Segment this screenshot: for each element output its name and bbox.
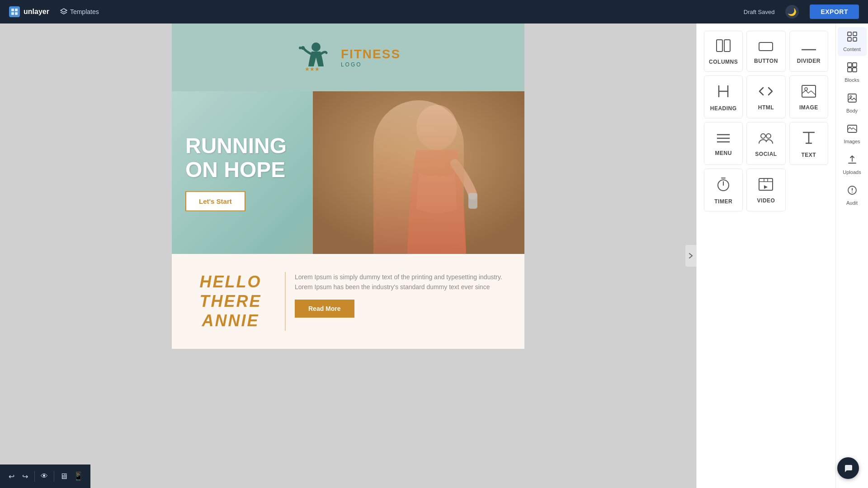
columns-label: COLUMNS — [709, 59, 738, 65]
templates-nav[interactable]: Templates — [60, 8, 99, 15]
block-html[interactable]: HTML — [746, 75, 785, 118]
hello-line3: ANNIE — [199, 311, 261, 330]
canvas-area: ★★★ FITNESS LOGO RUNNING ON HOPE Let's S… — [0, 23, 696, 488]
svg-rect-1 — [15, 9, 18, 11]
svg-rect-9 — [313, 91, 524, 254]
chat-icon — [843, 463, 853, 473]
preview-button[interactable]: 👁 — [40, 469, 48, 483]
panel-collapse-handle[interactable] — [685, 245, 696, 267]
hero-image — [313, 91, 524, 254]
html-icon — [759, 85, 773, 100]
svg-rect-12 — [717, 40, 722, 52]
block-divider[interactable]: DIVIDER — [789, 31, 828, 72]
top-navigation: unlayer Templates Draft Saved 🌙 EXPORT — [0, 0, 868, 23]
svg-point-10 — [416, 105, 457, 150]
svg-rect-31 — [853, 38, 857, 41]
audit-nav-label: Audit — [846, 200, 858, 206]
dark-mode-toggle[interactable]: 🌙 — [785, 5, 799, 19]
audit-nav-icon — [847, 185, 858, 198]
button-label: BUTTON — [754, 58, 778, 64]
video-icon — [759, 178, 773, 193]
logo-svg: ★★★ — [296, 37, 336, 78]
svg-rect-35 — [853, 68, 857, 72]
html-label: HTML — [758, 104, 774, 111]
hello-greeting: HELLO THERE ANNIE — [199, 272, 261, 331]
images-nav-icon — [847, 123, 858, 137]
hero-text: RUNNING ON HOPE Let's Start — [185, 134, 287, 211]
desktop-view-button[interactable]: 🖥 — [60, 469, 68, 483]
email-hero: RUNNING ON HOPE Let's Start — [172, 91, 524, 254]
content-nav-icon — [847, 31, 858, 45]
mobile-view-button[interactable]: 📱 — [73, 469, 83, 483]
hero-cta-button[interactable]: Let's Start — [185, 191, 245, 211]
nav-uploads[interactable]: Uploads — [838, 150, 867, 179]
nav-blocks[interactable]: Blocks — [838, 58, 867, 87]
redo-button[interactable]: ↪ — [21, 469, 29, 483]
block-timer[interactable]: TIMER — [704, 169, 743, 211]
social-label: SOCIAL — [755, 151, 777, 157]
app-name: unlayer — [24, 8, 49, 16]
main-layout: ★★★ FITNESS LOGO RUNNING ON HOPE Let's S… — [0, 23, 868, 488]
svg-point-37 — [850, 96, 852, 98]
hero-title: RUNNING ON HOPE — [185, 134, 287, 182]
blocks-nav-icon — [847, 62, 858, 75]
uploads-nav-icon — [847, 154, 858, 168]
svg-rect-34 — [848, 68, 852, 72]
svg-point-4 — [311, 42, 321, 52]
image-label: IMAGE — [799, 104, 818, 111]
hello-line1: HELLO — [199, 272, 261, 291]
content-right: Lorem Ipsum is simply dummy text of the … — [295, 272, 511, 331]
text-label: TEXT — [801, 152, 816, 158]
export-button[interactable]: EXPORT — [810, 5, 859, 19]
divider-icon — [802, 41, 816, 53]
svg-text:★★★: ★★★ — [305, 66, 320, 72]
nav-images[interactable]: Images — [838, 119, 867, 148]
svg-point-5 — [301, 46, 305, 50]
body-nav-icon — [847, 93, 858, 106]
svg-rect-16 — [802, 85, 816, 97]
block-image[interactable]: IMAGE — [789, 75, 828, 118]
app-logo[interactable]: unlayer — [9, 6, 49, 17]
block-social[interactable]: SOCIAL — [746, 122, 785, 165]
block-menu[interactable]: MENU — [704, 122, 743, 165]
svg-point-22 — [766, 134, 771, 138]
images-nav-label: Images — [844, 139, 860, 144]
button-icon — [759, 41, 773, 53]
menu-icon — [717, 133, 730, 145]
nav-audit[interactable]: Audit — [838, 181, 867, 210]
draft-status: Draft Saved — [744, 9, 775, 15]
svg-rect-11 — [468, 193, 477, 209]
svg-rect-29 — [853, 32, 857, 36]
hero-title-line2: ON HOPE — [185, 158, 287, 182]
block-text[interactable]: TEXT — [789, 122, 828, 165]
block-columns[interactable]: COLUMNS — [704, 31, 743, 72]
logo-icon — [9, 6, 20, 17]
fitness-logo: ★★★ FITNESS LOGO — [296, 37, 401, 78]
text-icon — [802, 131, 815, 147]
hero-image-placeholder — [313, 91, 524, 254]
divider-label: DIVIDER — [797, 58, 821, 64]
block-button[interactable]: BUTTON — [746, 31, 785, 72]
read-more-button[interactable]: Read More — [295, 300, 354, 318]
block-video[interactable]: VIDEO — [746, 169, 785, 211]
menu-label: MENU — [715, 150, 731, 156]
svg-rect-36 — [848, 94, 856, 102]
chat-bubble[interactable] — [837, 457, 859, 479]
svg-rect-28 — [848, 32, 851, 36]
svg-rect-33 — [853, 63, 857, 67]
lorem-text: Lorem Ipsum is simply dummy text of the … — [295, 272, 511, 292]
logo-fitness-text: FITNESS — [341, 47, 401, 61]
block-heading[interactable]: HEADING — [704, 75, 743, 118]
nav-body[interactable]: Body — [838, 89, 867, 117]
content-divider — [285, 272, 286, 331]
uploads-nav-label: Uploads — [843, 169, 861, 175]
heading-icon — [717, 84, 730, 101]
undo-button[interactable]: ↩ — [7, 469, 15, 483]
svg-rect-32 — [848, 63, 852, 67]
logo-text-area: FITNESS LOGO — [341, 47, 401, 68]
nav-content[interactable]: Content — [838, 27, 867, 56]
svg-rect-2 — [11, 12, 14, 15]
logo-subtitle: LOGO — [341, 61, 401, 68]
body-nav-label: Body — [846, 108, 858, 113]
hero-photo-svg — [313, 91, 524, 254]
